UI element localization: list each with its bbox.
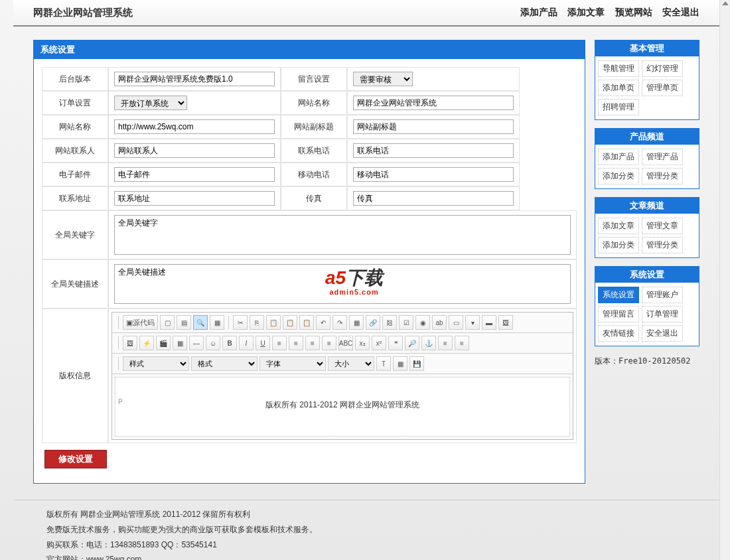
sidebar-link-friend-links[interactable]: 友情链接 — [598, 325, 639, 342]
cut-icon[interactable]: ✂ — [233, 315, 248, 330]
hr-icon[interactable]: — — [189, 336, 204, 350]
sidebar-link-nav-manage[interactable]: 导航管理 — [598, 60, 639, 77]
select-size[interactable]: 大小 — [328, 356, 374, 371]
label-description: 全局关键描述 — [42, 259, 108, 309]
input-backend-version[interactable] — [114, 72, 275, 86]
underline-icon[interactable]: U — [256, 336, 270, 350]
sidebar-group-title: 系统设置 — [595, 267, 699, 283]
select-order[interactable]: 开放订单系统 — [114, 96, 187, 110]
sidebar-link-add-page[interactable]: 添加单页 — [598, 80, 639, 96]
spellcheck-icon[interactable]: ABC — [338, 336, 353, 350]
sidebar-link-manage-pcat[interactable]: 管理分类 — [642, 168, 683, 184]
sidebar-link-manage-product[interactable]: 管理产品 — [642, 149, 683, 165]
paste-word-icon[interactable]: 📋 — [299, 315, 314, 330]
align-justify-icon[interactable]: ≡ — [322, 336, 336, 350]
media-icon[interactable]: 🎬 — [156, 336, 171, 350]
textfield-icon[interactable]: ab — [432, 315, 447, 330]
table-icon[interactable]: ▦ — [349, 315, 364, 330]
input-site-url[interactable] — [114, 119, 275, 134]
checkbox-icon[interactable]: ☑ — [399, 315, 413, 330]
bg-color-icon[interactable]: ▦ — [393, 356, 407, 371]
link-icon[interactable]: 🔗 — [366, 315, 380, 330]
sidebar-link-add-product[interactable]: 添加产品 — [598, 149, 639, 165]
textarea-description[interactable]: 全局关键描述 — [114, 264, 571, 304]
unlink-icon[interactable]: ⛓ — [382, 315, 397, 330]
input-fax[interactable] — [353, 191, 514, 206]
undo-icon[interactable]: ↶ — [316, 315, 330, 330]
textarea-icon[interactable]: ▭ — [449, 315, 463, 330]
viewport-scrollbar[interactable] — [719, 0, 730, 560]
label-phone: 联系电话 — [281, 139, 347, 163]
sidebar-link-order-manage[interactable]: 订单管理 — [642, 306, 683, 322]
italic-icon[interactable]: I — [239, 336, 254, 350]
sidebar-link-add-article[interactable]: 添加文章 — [598, 218, 639, 234]
nav-add-article[interactable]: 添加文章 — [567, 7, 605, 17]
ul-icon[interactable]: ≡ — [455, 336, 469, 350]
image2-icon[interactable]: 🖼 — [123, 336, 137, 350]
submit-button[interactable]: 修改设置 — [44, 450, 107, 468]
paste-text-icon[interactable]: 📋 — [283, 315, 297, 330]
bold-icon[interactable]: B — [222, 336, 237, 350]
emoji-icon[interactable]: ☺ — [206, 336, 220, 350]
superscript-icon[interactable]: x² — [372, 336, 386, 350]
table2-icon[interactable]: ▦ — [173, 336, 187, 350]
copy-icon[interactable]: ⎘ — [250, 315, 264, 330]
input-mobile[interactable] — [353, 167, 514, 182]
input-contact[interactable] — [114, 143, 275, 158]
sidebar-link-add-pcat[interactable]: 添加分类 — [598, 168, 639, 184]
template-icon[interactable]: ▦ — [210, 315, 224, 330]
flash-icon[interactable]: ⚡ — [139, 336, 154, 350]
sidebar-link-add-acat[interactable]: 添加分类 — [598, 237, 639, 253]
sidebar-link-manage-guestbook[interactable]: 管理留言 — [598, 306, 639, 322]
sidebar-link-safe-exit[interactable]: 安全退出 — [642, 325, 683, 342]
anchor-icon[interactable]: ⚓ — [421, 336, 436, 350]
select-guestbook[interactable]: 需要审核 — [353, 72, 413, 86]
sidebar-link-manage-article[interactable]: 管理文章 — [642, 218, 683, 234]
radio-icon[interactable]: ◉ — [415, 315, 430, 330]
redo-icon[interactable]: ↷ — [332, 315, 347, 330]
ol-icon[interactable]: ≡ — [438, 336, 453, 350]
preview-icon[interactable]: ▤ — [177, 315, 191, 330]
input-phone[interactable] — [353, 143, 514, 158]
select-icon[interactable]: ▾ — [465, 315, 480, 330]
align-left-icon[interactable]: ≡ — [272, 336, 287, 350]
new-page-icon[interactable]: ▢ — [160, 315, 175, 330]
input-subtitle[interactable] — [353, 119, 514, 134]
select-font[interactable]: 字体 — [259, 356, 326, 371]
rich-text-editor: ▣ 源代码 ▢ ▤ 🔍 ▦ ✂ ⎘ 📋 📋 📋 — [111, 312, 573, 440]
source-button[interactable]: ▣ 源代码 — [123, 315, 158, 330]
align-right-icon[interactable]: ≡ — [305, 336, 320, 350]
textarea-keywords[interactable]: 全局关键字 — [114, 215, 571, 255]
label-site-name: 网站名称 — [281, 91, 347, 115]
input-address[interactable] — [114, 191, 275, 206]
save-icon[interactable]: 💾 — [409, 356, 424, 371]
top-bar: 网群企业网站管理系统 添加产品 添加文章 预览网站 安全退出 — [13, 0, 719, 27]
nav-preview-site[interactable]: 预览网站 — [615, 7, 652, 17]
sidebar-link-recruit[interactable]: 招聘管理 — [598, 99, 639, 115]
select-format[interactable]: 格式 — [191, 356, 257, 371]
sidebar-link-slideshow[interactable]: 幻灯管理 — [642, 60, 683, 77]
label-address: 联系地址 — [42, 186, 108, 210]
input-site-name[interactable] — [353, 96, 514, 110]
text-color-icon[interactable]: T — [376, 356, 391, 371]
paste-icon[interactable]: 📋 — [266, 315, 281, 330]
editor-content[interactable]: P 版权所有 2011-2012 网群企业网站管理系统 — [115, 377, 570, 437]
zoom-icon[interactable]: 🔍 — [193, 315, 208, 330]
subscript-icon[interactable]: x₂ — [355, 336, 370, 350]
align-center-icon[interactable]: ≡ — [289, 336, 303, 350]
nav-safe-exit[interactable]: 安全退出 — [662, 7, 699, 17]
sidebar-link-manage-account[interactable]: 管理账户 — [642, 287, 683, 303]
top-nav: 添加产品 添加文章 预览网站 安全退出 — [512, 7, 699, 19]
button-icon[interactable]: ▬ — [482, 315, 496, 330]
p-marker: P — [118, 379, 123, 425]
select-style[interactable]: 样式 — [123, 356, 189, 371]
sidebar-link-system-settings[interactable]: 系统设置 — [598, 287, 639, 303]
nav-add-product[interactable]: 添加产品 — [520, 7, 557, 17]
image-icon[interactable]: 🖼 — [498, 315, 513, 330]
quote-icon[interactable]: ❝ — [388, 336, 403, 350]
find-icon[interactable]: 🔎 — [405, 336, 419, 350]
sidebar-link-manage-page[interactable]: 管理单页 — [642, 80, 683, 96]
sidebar-group-product: 产品频道 添加产品 管理产品 添加分类 管理分类 — [595, 128, 699, 189]
sidebar-link-manage-acat[interactable]: 管理分类 — [642, 237, 683, 253]
input-email[interactable] — [114, 167, 275, 182]
